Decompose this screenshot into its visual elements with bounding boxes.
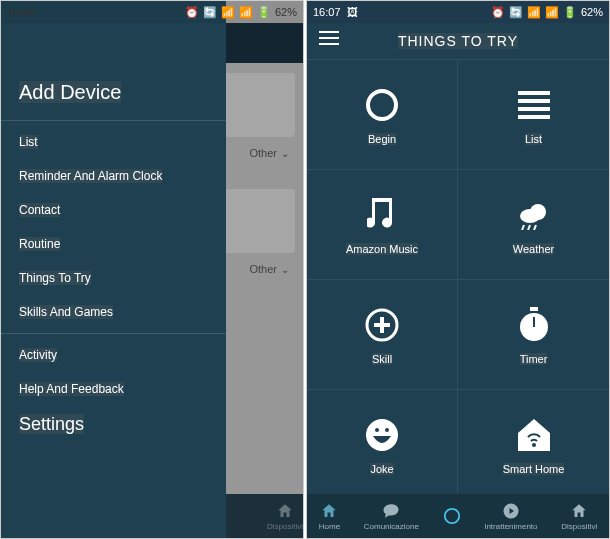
status-icons: ⏰ 🔄 📶 📶 🔋 62% (185, 6, 297, 19)
signal-icon: 📶 (545, 6, 559, 19)
signal-icon: 📶 (239, 6, 253, 19)
menu-button[interactable] (319, 31, 339, 49)
svg-point-23 (444, 509, 458, 523)
battery-icon: 🔋 (257, 6, 271, 19)
drawer-item-routine[interactable]: Routine (1, 227, 226, 261)
tile-smart-home[interactable]: Smart Home (458, 389, 609, 499)
bottom-nav-alexa[interactable] (443, 507, 461, 525)
bottom-nav-home[interactable]: Home (319, 502, 340, 531)
drawer-item-activity[interactable]: Activity (1, 338, 226, 372)
svg-rect-5 (518, 99, 550, 103)
sync-icon: 🔄 (509, 6, 523, 19)
svg-point-19 (366, 419, 398, 451)
bottom-nav-comm[interactable]: Comunicazione (364, 502, 419, 531)
battery-icon: 🔋 (563, 6, 577, 19)
list-icon (514, 85, 554, 125)
svg-point-21 (385, 428, 389, 432)
bottom-nav-right: Home Comunicazione Intrattenimento Dispo… (307, 494, 609, 538)
phone-right: 16:07 🖼 ⏰ 🔄 📶 📶 🔋 62% THINGS TO TRY (306, 0, 610, 539)
alarm-icon: ⏰ (185, 6, 199, 19)
tile-begin[interactable]: Begin (307, 59, 458, 169)
clock-time: 16:07 (313, 6, 341, 18)
status-icons: ⏰ 🔄 📶 📶 🔋 62% (491, 6, 603, 19)
svg-rect-6 (518, 107, 550, 111)
svg-rect-15 (374, 323, 390, 327)
svg-point-20 (375, 428, 379, 432)
drawer-add-device[interactable]: Add Device (1, 61, 226, 116)
alexa-ring-icon (443, 507, 461, 525)
tile-timer[interactable]: Timer (458, 279, 609, 389)
weather-icon (514, 195, 554, 235)
svg-point-3 (368, 91, 396, 119)
svg-line-10 (522, 225, 524, 230)
drawer-item-help[interactable]: Help And Feedback (1, 372, 226, 406)
hamburger-icon (319, 31, 339, 45)
nav-drawer: Add Device List Reminder And Alarm Clock… (1, 1, 226, 538)
tile-amazon-music[interactable]: Amazon Music (307, 169, 458, 279)
svg-rect-2 (319, 43, 339, 45)
svg-point-9 (520, 209, 540, 223)
svg-rect-7 (518, 115, 550, 119)
svg-rect-0 (319, 31, 339, 33)
tile-list[interactable]: List (458, 59, 609, 169)
devices-icon (570, 502, 588, 520)
tiles-grid: Begin List Amazon Music Weather (307, 59, 609, 499)
wifi-icon: 📶 (221, 6, 235, 19)
drawer-item-things-to-try[interactable]: Things To Try (1, 261, 226, 295)
battery-text: 62% (275, 6, 297, 18)
wifi-icon: 📶 (527, 6, 541, 19)
tile-weather[interactable]: Weather (458, 169, 609, 279)
ring-icon (362, 85, 402, 125)
svg-rect-1 (319, 37, 339, 39)
plus-circle-icon (362, 305, 402, 345)
things-to-try-screen: THINGS TO TRY Begin List Amazon Music (307, 1, 609, 538)
statusbar-right: 16:07 🖼 ⏰ 🔄 📶 📶 🔋 62% (307, 1, 609, 23)
page-title: THINGS TO TRY (398, 33, 518, 49)
phone-left: 16:06 ⏰ 🔄 📶 📶 🔋 62% Balis Device Office.… (0, 0, 304, 539)
screen-header: THINGS TO TRY (307, 23, 609, 59)
clock-time: 16:06 (7, 6, 35, 18)
stopwatch-icon (514, 305, 554, 345)
statusbar-left: 16:06 ⏰ 🔄 📶 📶 🔋 62% (1, 1, 303, 23)
tile-skill[interactable]: Skill (307, 279, 458, 389)
music-icon (362, 195, 402, 235)
svg-point-22 (532, 443, 536, 447)
svg-rect-4 (518, 91, 550, 95)
battery-text: 62% (581, 6, 603, 18)
svg-rect-18 (533, 317, 535, 327)
smart-home-icon (514, 415, 554, 455)
sync-icon: 🔄 (203, 6, 217, 19)
svg-rect-16 (530, 307, 538, 311)
drawer-item-skills-games[interactable]: Skills And Games (1, 295, 226, 329)
svg-line-12 (534, 225, 536, 230)
drawer-item-contact[interactable]: Contact (1, 193, 226, 227)
tile-joke[interactable]: Joke (307, 389, 458, 499)
picture-icon: 🖼 (347, 6, 358, 18)
chat-icon (382, 502, 400, 520)
home-icon (320, 502, 338, 520)
drawer-item-reminder[interactable]: Reminder And Alarm Clock (1, 159, 226, 193)
alarm-icon: ⏰ (491, 6, 505, 19)
bottom-nav-play[interactable]: Intrattenimento (484, 502, 537, 531)
laugh-icon (362, 415, 402, 455)
drawer-item-list[interactable]: List (1, 125, 226, 159)
svg-line-11 (528, 225, 530, 230)
play-icon (502, 502, 520, 520)
bottom-nav-devices[interactable]: Dispositivi (561, 502, 597, 531)
drawer-item-settings[interactable]: Settings (1, 406, 226, 447)
